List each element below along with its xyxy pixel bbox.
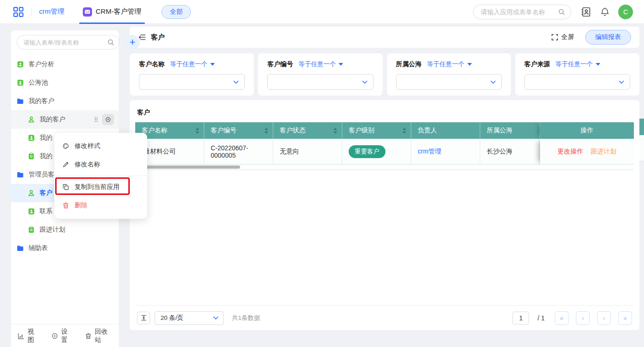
menu-item-modify-style[interactable]: 修改样式 — [54, 137, 147, 155]
sidebar-footer: 视图 设置 回收站 — [11, 324, 119, 347]
filter-operator[interactable]: 等于任意一个 — [427, 60, 472, 68]
views-button[interactable]: 视图 — [17, 328, 39, 344]
follow-plan-link[interactable]: 跟进计划 — [591, 148, 616, 156]
add-form-button[interactable]: + — [125, 35, 140, 50]
column-label: 客户编号 — [211, 126, 236, 135]
filter-value-select[interactable] — [267, 74, 373, 90]
sidebar-item-public-pool[interactable]: 公海池 — [11, 74, 119, 92]
menu-item-delete[interactable]: 删除 — [54, 196, 147, 215]
app-icon — [83, 7, 92, 17]
tab-crm-customer-management[interactable]: CRM-客户管理 — [78, 0, 146, 24]
filter-value-select[interactable] — [524, 74, 630, 90]
column-label: 操作 — [581, 126, 593, 135]
sort-icon[interactable] — [402, 128, 406, 134]
settings-button[interactable]: 设置 — [51, 328, 73, 344]
owner-link[interactable]: crm管理 — [418, 148, 441, 156]
filter-operator[interactable]: 等于任意一个 — [170, 60, 215, 68]
recycle-bin-button[interactable]: 回收站 — [85, 328, 112, 344]
notifications-bell-icon[interactable] — [600, 6, 610, 17]
page-number-input[interactable] — [512, 312, 529, 324]
triangle-down-icon — [210, 63, 215, 66]
sidebar-item-label: 我的客户 — [40, 115, 65, 124]
first-page-button[interactable]: « — [555, 311, 569, 325]
page-size-value: 20 条/页 — [161, 314, 184, 322]
filter-operator[interactable]: 等于任意一个 — [299, 60, 343, 68]
customer-table: 客户名称 客户编号 客户状态 客户级别 负责人 所属公海 操作 量材料公司 C-… — [135, 122, 634, 170]
triangle-down-icon — [596, 63, 600, 66]
report-icon — [17, 61, 24, 68]
column-label: 负责人 — [418, 126, 437, 135]
clipboard-icon — [28, 226, 35, 233]
sidebar-item-label: 辅助表 — [29, 244, 48, 252]
cell-status: 无意向 — [273, 139, 342, 165]
column-header-pool[interactable]: 所属公海 — [480, 122, 540, 139]
folder-icon — [17, 171, 24, 178]
table-row[interactable]: 量材料公司 C-20220607-0000005 无意向 重要客户 crm管理 … — [135, 139, 634, 165]
total-count-label: 共1条数据 — [232, 314, 260, 322]
column-header-owner[interactable]: 负责人 — [411, 122, 480, 139]
sort-icon[interactable] — [196, 128, 199, 134]
sidebar-item-label: 跟进计划 — [40, 226, 65, 234]
column-header-status[interactable]: 客户状态 — [273, 122, 342, 139]
table-header-row: 客户名称 客户编号 客户状态 客户级别 负责人 所属公海 操作 — [135, 122, 634, 139]
global-search[interactable] — [473, 5, 571, 19]
sidebar-item-label: 管理员客 — [29, 171, 54, 179]
filter-operator[interactable]: 等于任意一个 — [556, 60, 600, 68]
filter-public-pool: 所属公海 等于任意一个 — [387, 53, 511, 96]
sidebar-item-my-customers-form[interactable]: 我的客户 — [11, 110, 119, 129]
change-operation-link[interactable]: 更改操作 — [558, 148, 583, 156]
drag-handle-icon[interactable] — [94, 116, 98, 123]
sidebar-search[interactable] — [17, 35, 120, 50]
row-height-button[interactable] — [137, 312, 150, 324]
cell-owner: crm管理 — [411, 139, 480, 165]
menu-item-copy-to-app[interactable]: 复制到当前应用 — [54, 178, 147, 196]
column-header-actions: 操作 — [540, 122, 634, 139]
global-search-input[interactable] — [481, 8, 554, 16]
recycle-bin-label: 回收站 — [95, 328, 112, 344]
user-avatar[interactable]: C — [618, 5, 633, 19]
sidebar-item-customer-analysis[interactable]: 客户分析 — [11, 55, 119, 74]
sidebar-folder-auxiliary[interactable]: 辅助表 — [11, 239, 119, 257]
column-header-customer-no[interactable]: 客户编号 — [204, 122, 273, 139]
filter-value-select[interactable] — [139, 74, 245, 90]
workspace-link[interactable]: crm管理 — [39, 7, 64, 16]
sidebar-item-label: 我的 — [40, 134, 52, 142]
column-header-level[interactable]: 客户级别 — [342, 122, 411, 139]
cell-actions: 更改操作 跟进计划 — [540, 139, 634, 165]
pencil-icon — [62, 161, 69, 168]
filter-value-select[interactable] — [396, 74, 502, 90]
filter-label: 客户名称 — [139, 60, 165, 68]
contacts-icon[interactable] — [581, 6, 592, 17]
sidebar-search-input[interactable] — [23, 39, 104, 46]
scope-all-button[interactable]: 全部 — [161, 5, 191, 19]
sidebar-item-label: 联系 — [40, 207, 52, 216]
sidebar-folder-my-customers[interactable]: 我的客户 — [11, 92, 119, 110]
next-page-button[interactable]: › — [597, 311, 611, 325]
sort-icon[interactable] — [264, 128, 268, 134]
tab-label: CRM-客户管理 — [96, 7, 141, 16]
column-label: 客户级别 — [349, 126, 374, 135]
sidebar-item-follow-plan[interactable]: 跟进计划 — [11, 221, 119, 239]
scrollbar-thumb[interactable] — [138, 165, 240, 169]
column-label: 客户名称 — [142, 126, 167, 135]
menu-item-rename[interactable]: 修改名称 — [54, 155, 147, 174]
cell-customer-no: C-20220607-0000005 — [204, 139, 273, 165]
topbar: crm管理 CRM-客户管理 全部 C — [0, 0, 644, 24]
edit-report-button[interactable]: 编辑报表 — [585, 30, 631, 45]
chevron-down-icon — [233, 80, 239, 84]
apps-grid-icon[interactable] — [13, 6, 24, 17]
customer-table-card: 客户 客户名称 客户编号 客户状态 客户级别 负责人 所属公海 操作 量材料公司… — [130, 100, 639, 330]
report-icon — [17, 79, 24, 86]
operator-label: 等于任意一个 — [427, 60, 465, 68]
page-size-select[interactable]: 20 条/页 — [155, 311, 224, 325]
filter-label: 客户来源 — [524, 60, 550, 68]
table-title: 客户 — [137, 108, 632, 117]
fullscreen-button[interactable]: 全屏 — [552, 33, 574, 41]
search-icon — [107, 39, 115, 46]
item-settings-button[interactable] — [102, 114, 114, 125]
prev-page-button[interactable]: ‹ — [576, 311, 590, 325]
last-page-button[interactable]: » — [618, 311, 632, 325]
divider — [31, 8, 32, 16]
view-header: 客户 全屏 编辑报表 — [130, 27, 639, 48]
sort-icon[interactable] — [334, 128, 337, 134]
